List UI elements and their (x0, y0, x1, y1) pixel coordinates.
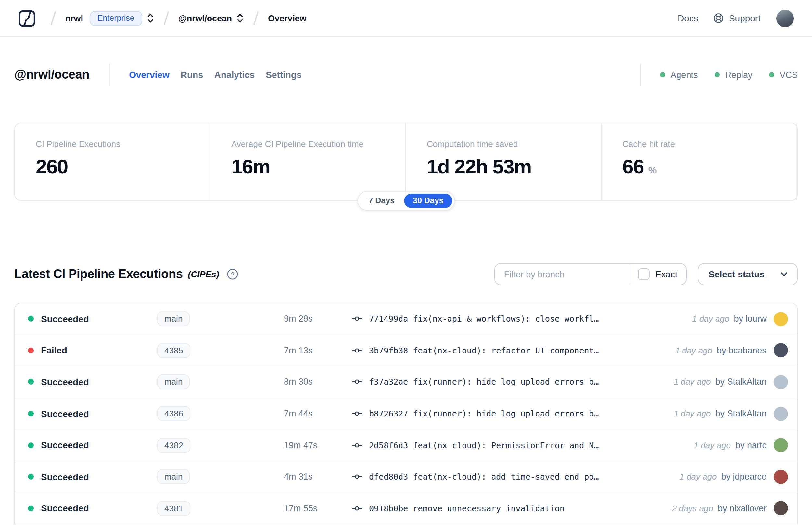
git-commit-icon (351, 408, 363, 419)
branch-badge: 4385 (157, 343, 190, 358)
status-label: Succeeded (41, 503, 89, 514)
org-switcher-chevron-icon[interactable] (147, 12, 154, 24)
divider (640, 64, 641, 86)
author-avatar (774, 470, 788, 484)
table-row[interactable]: Succeeded main 9m 29s 771499da fix(nx-ap… (15, 303, 797, 335)
status-replay[interactable]: Replay (715, 70, 752, 79)
cipes-section-header: Latest CI Pipeline Executions (CIPEs) ? … (14, 263, 798, 285)
status-dot (28, 474, 34, 480)
svg-text:?: ? (231, 271, 234, 278)
stat-suffix: % (648, 164, 657, 176)
status-replay-label: Replay (725, 70, 752, 79)
table-row[interactable]: Succeeded 4382 19m 47s 2d58f6d3 feat(nx-… (15, 430, 797, 461)
breadcrumb-page: Overview (268, 13, 307, 23)
duration: 7m 44s (284, 409, 351, 418)
section-title-suffix: (CIPEs) (188, 269, 219, 279)
branch-badge: main (157, 469, 190, 484)
enterprise-badge[interactable]: Enterprise (90, 11, 142, 26)
table-row[interactable]: Succeeded 4386 7m 44s b8726327 fix(runne… (15, 398, 797, 430)
status-agents[interactable]: Agents (660, 70, 698, 79)
stat-label: CI Pipeline Executions (36, 139, 210, 149)
tab-runs[interactable]: Runs (181, 70, 203, 80)
git-commit-icon (351, 471, 363, 482)
time-ago: 1 day ago (679, 472, 717, 482)
workspace-header: @nrwl/ocean Overview Runs Analytics Sett… (14, 65, 798, 84)
author: by bcabanes (717, 346, 767, 356)
git-commit-icon (351, 439, 363, 451)
workspace-name[interactable]: @nrwl/ocean (178, 13, 232, 23)
status-vcs[interactable]: VCS (769, 70, 798, 79)
tab-overview[interactable]: Overview (129, 70, 170, 80)
status-dot (28, 506, 34, 511)
commit-message: b8726327 fix(runner): hide log upload er… (369, 409, 599, 418)
commit-message: 771499da fix(nx-api & workflows): close … (369, 314, 599, 324)
author: by jdpearce (721, 472, 767, 482)
stat-label: Cache hit rate (622, 139, 796, 149)
range-30-days[interactable]: 30 Days (404, 194, 452, 208)
branch-filter-input[interactable] (495, 264, 629, 285)
status-dot (28, 316, 34, 322)
green-dot-icon (769, 72, 774, 77)
table-row[interactable]: Succeeded main 4m 31s dfed80d3 feat(nx-c… (15, 461, 797, 493)
stat-value: 260 (36, 155, 68, 179)
docs-link[interactable]: Docs (677, 13, 698, 24)
exact-checkbox[interactable] (638, 268, 649, 280)
lifebuoy-icon (713, 12, 724, 24)
status-label: Succeeded (41, 314, 89, 324)
author: by StalkAltan (715, 409, 767, 418)
stat-label: Average CI Pipeline Execution time (231, 139, 405, 149)
author-avatar (774, 406, 788, 421)
table-row[interactable]: Succeeded 4381 17m 55s 0918b0be remove u… (15, 493, 797, 524)
branch-badge: 4381 (157, 501, 190, 516)
status-vcs-label: VCS (780, 70, 798, 79)
author: by nixallover (718, 504, 767, 513)
author: by nartc (735, 440, 767, 450)
duration: 19m 47s (284, 440, 351, 450)
stat-ci-pipeline-executions: CI Pipeline Executions 260 (15, 123, 211, 200)
tab-analytics[interactable]: Analytics (214, 70, 255, 80)
status-label: Succeeded (41, 472, 89, 482)
select-status-label: Select status (708, 269, 765, 280)
branch-badge: main (157, 312, 190, 327)
duration: 17m 55s (284, 504, 351, 513)
commit-message: 3b79fb38 feat(nx-cloud): refactor UI com… (369, 346, 599, 356)
org-name[interactable]: nrwl (65, 13, 83, 23)
table-row[interactable]: Failed 4385 7m 13s 3b79fb38 feat(nx-clou… (15, 335, 797, 366)
author-avatar (774, 375, 788, 389)
status-label: Failed (41, 345, 67, 356)
workspace-switcher-chevron-icon[interactable] (236, 12, 244, 24)
date-range-toggle: 7 Days 30 Days (357, 191, 455, 211)
tab-settings[interactable]: Settings (266, 70, 302, 80)
support-link[interactable]: Support (713, 12, 761, 24)
branch-badge: 4382 (157, 438, 190, 452)
breadcrumb-separator (253, 11, 259, 25)
page-title: @nrwl/ocean (14, 68, 89, 82)
commit-message: 0918b0be remove unnecessary invalidation (369, 504, 565, 513)
author: by StalkAltan (715, 377, 767, 387)
select-status-dropdown[interactable]: Select status (698, 263, 798, 285)
branch-badge: 4386 (157, 406, 190, 421)
breadcrumb-separator (51, 11, 56, 25)
cipe-table-body: Succeeded main 9m 29s 771499da fix(nx-ap… (15, 303, 797, 524)
breadcrumb: nrwl Enterprise @nrwl/ocean Overview (18, 10, 306, 27)
branch-badge: main (157, 375, 190, 390)
git-commit-icon (351, 503, 363, 514)
exact-checkbox-label[interactable]: Exact (656, 269, 677, 279)
help-icon[interactable]: ? (227, 268, 239, 280)
user-avatar[interactable] (776, 10, 794, 27)
green-dot-icon (660, 72, 665, 77)
time-ago: 1 day ago (675, 346, 712, 356)
stat-computation-time-saved: Computation time saved 1d 22h 53m (406, 123, 601, 200)
range-7-days[interactable]: 7 Days (360, 194, 403, 208)
stats-band: CI Pipeline Executions 260 Average CI Pi… (14, 123, 798, 201)
git-commit-icon (351, 314, 363, 325)
workspace-statuses: Agents Replay VCS (640, 64, 798, 86)
author: by lourw (734, 314, 767, 324)
nx-cloud-logo-icon[interactable] (18, 10, 36, 27)
duration: 8m 30s (284, 377, 351, 387)
stat-value: 16m (231, 155, 270, 179)
nav-actions: Docs Support (677, 10, 794, 27)
table-row[interactable]: Succeeded main 8m 30s f37a32ae fix(runne… (15, 366, 797, 398)
status-dot (28, 348, 34, 354)
time-ago: 1 day ago (694, 440, 731, 450)
